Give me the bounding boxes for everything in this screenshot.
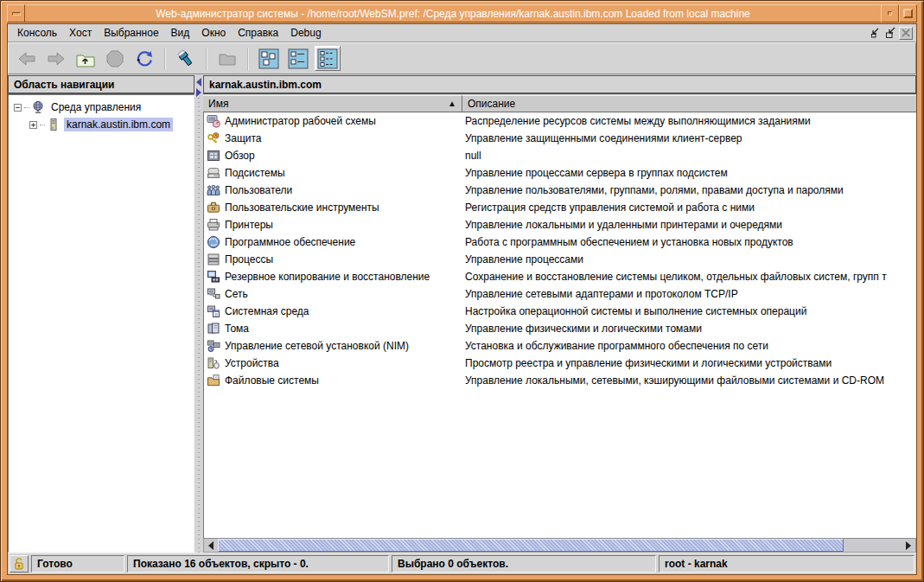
- menu-selected[interactable]: Выбранное: [98, 25, 164, 41]
- object-description: Управление пользователями, группами, рол…: [463, 184, 916, 196]
- stop-button[interactable]: [102, 46, 128, 71]
- expand-toggle[interactable]: +: [29, 121, 37, 129]
- sort-ascending-icon: ▲: [448, 99, 456, 108]
- navigation-panel-header: Область навигации: [8, 75, 194, 94]
- subsystems-icon: [207, 166, 220, 180]
- table-row[interactable]: Управление сетевой установкой (NIM)Устан…: [204, 337, 916, 355]
- maximize-button[interactable]: [899, 4, 917, 22]
- view-large-icons-button[interactable]: [256, 46, 282, 71]
- folder-button[interactable]: [214, 46, 240, 71]
- object-description: Установка и обслуживание программного об…: [463, 340, 916, 352]
- nim-icon: [207, 339, 220, 353]
- table-row[interactable]: СетьУправление сетевыми адаптерами и про…: [204, 285, 916, 303]
- menubar: КонсольХостВыбранноеВидОкноСправкаDebug: [8, 24, 916, 42]
- up-level-button[interactable]: [73, 46, 99, 71]
- status-shown-count: Показано 16 объектов, скрыто - 0.: [127, 555, 389, 572]
- table-row[interactable]: УстройстваПросмотр реестра и управление …: [204, 355, 916, 372]
- column-header-description[interactable]: Описание: [462, 95, 916, 112]
- minimize-button[interactable]: [881, 4, 899, 22]
- column-header-name[interactable]: Имя ▲: [203, 95, 462, 112]
- menu-help[interactable]: Справка: [232, 25, 284, 41]
- main-area: Область навигации −Среда управления+karn…: [8, 74, 916, 553]
- table-row[interactable]: Резервное копирование и восстановлениеСо…: [204, 268, 916, 285]
- object-name: Тома: [225, 323, 249, 335]
- view-details-button[interactable]: [315, 46, 341, 71]
- tree-node[interactable]: −Среда управления: [10, 99, 192, 116]
- view-small-icons-icon: [288, 48, 309, 69]
- table-row[interactable]: Системная средаНастройка операционной си…: [204, 303, 916, 320]
- table-row[interactable]: ПринтерыУправление локальными и удаленны…: [204, 216, 916, 233]
- horizontal-scrollbar[interactable]: [203, 538, 916, 553]
- scrollbar-thumb[interactable]: [218, 539, 844, 552]
- table-row[interactable]: Обзорnull: [204, 147, 916, 164]
- restore-small-button[interactable]: [868, 27, 882, 40]
- table-header: Имя ▲ Описание: [203, 95, 916, 112]
- table-row[interactable]: Пользовательские инструментыРегистрация …: [204, 199, 916, 216]
- table-row[interactable]: Администратор рабочей схемыРаспределение…: [204, 112, 916, 130]
- forward-button[interactable]: [43, 46, 69, 71]
- object-name: Устройства: [225, 357, 279, 369]
- menu-debug[interactable]: Debug: [284, 25, 327, 41]
- panel-splitter[interactable]: [194, 75, 203, 553]
- back-arrow-icon: [16, 48, 37, 69]
- navigation-tree-area[interactable]: −Среда управления+karnak.austin.ibm.com: [8, 94, 194, 553]
- object-name: Обзор: [225, 150, 255, 162]
- users-icon: [207, 183, 220, 197]
- tree-connector: [40, 125, 45, 125]
- restore-large-button[interactable]: [883, 27, 897, 40]
- cell-name: Обзор: [204, 149, 463, 163]
- collapse-toggle[interactable]: −: [14, 104, 22, 112]
- tree-node-label[interactable]: karnak.austin.ibm.com: [64, 118, 173, 131]
- reload-button[interactable]: [131, 46, 157, 71]
- titlebar[interactable]: Web-администратор системы - /home/root/W…: [7, 4, 917, 22]
- menu-window[interactable]: Окно: [195, 25, 232, 41]
- security-lock-button: [10, 555, 29, 572]
- cell-name: Устройства: [204, 356, 463, 370]
- toolbar-separator: [206, 48, 207, 70]
- up-level-icon: [75, 48, 96, 69]
- cell-name: Администратор рабочей схемы: [204, 114, 463, 128]
- collapse-right-icon[interactable]: [196, 88, 201, 97]
- close-button[interactable]: [899, 27, 913, 40]
- scrollbar-track[interactable]: [844, 539, 902, 552]
- object-description: null: [463, 150, 916, 162]
- back-button[interactable]: [14, 46, 40, 71]
- cell-name: Принтеры: [204, 218, 463, 232]
- devices-icon: [207, 356, 220, 370]
- cell-name: Сеть: [204, 287, 463, 301]
- scroll-right-button[interactable]: [902, 539, 915, 552]
- table-row[interactable]: ПроцессыУправление процессами: [204, 251, 916, 268]
- object-description: Настройка операционной системы и выполне…: [463, 305, 916, 317]
- menu-console[interactable]: Консоль: [11, 25, 63, 41]
- cell-name: Управление сетевой установкой (NIM): [204, 339, 463, 353]
- status-ready: Готово: [31, 555, 124, 572]
- view-small-icons-button[interactable]: [285, 46, 311, 71]
- table-row[interactable]: ЗащитаУправление защищенными соединениям…: [204, 130, 916, 147]
- menu-host[interactable]: Хост: [63, 25, 98, 41]
- application-window: Web-администратор системы - /home/root/W…: [0, 0, 924, 582]
- tree-node[interactable]: +karnak.austin.ibm.com: [10, 116, 192, 133]
- table-row[interactable]: ТомаУправление физическими и логическими…: [204, 320, 916, 337]
- tree-node-label[interactable]: Среда управления: [48, 100, 143, 114]
- menu-view[interactable]: Вид: [165, 25, 196, 41]
- object-name: Защита: [225, 132, 262, 144]
- object-description: Регистрация средств управления системой …: [463, 201, 916, 214]
- content-panel-header: karnak.austin.ibm.com: [203, 75, 916, 94]
- object-description: Управление процессами сервера в группах …: [463, 167, 916, 179]
- window-menu-button[interactable]: [7, 4, 25, 22]
- scroll-left-button[interactable]: [204, 539, 218, 552]
- object-name: Пользователи: [225, 184, 292, 196]
- navigation-tree: −Среда управления+karnak.austin.ibm.com: [9, 95, 194, 137]
- table-row[interactable]: Программное обеспечениеРабота с программ…: [204, 233, 916, 251]
- object-description: Распределение ресурсов системы между вып…: [463, 115, 916, 127]
- processes-icon: [207, 253, 220, 266]
- printers-icon: [207, 218, 220, 232]
- table-row[interactable]: ПодсистемыУправление процессами сервера …: [204, 164, 916, 182]
- object-name: Файловые системы: [225, 374, 319, 387]
- object-table: Администратор рабочей схемыРаспределение…: [203, 112, 916, 538]
- table-row[interactable]: Файловые системыУправление локальными, с…: [204, 372, 916, 389]
- table-row[interactable]: ПользователиУправление пользователями, г…: [204, 182, 916, 199]
- collapse-left-icon[interactable]: [196, 78, 201, 86]
- object-name: Сеть: [225, 288, 248, 300]
- find-button[interactable]: [173, 46, 199, 71]
